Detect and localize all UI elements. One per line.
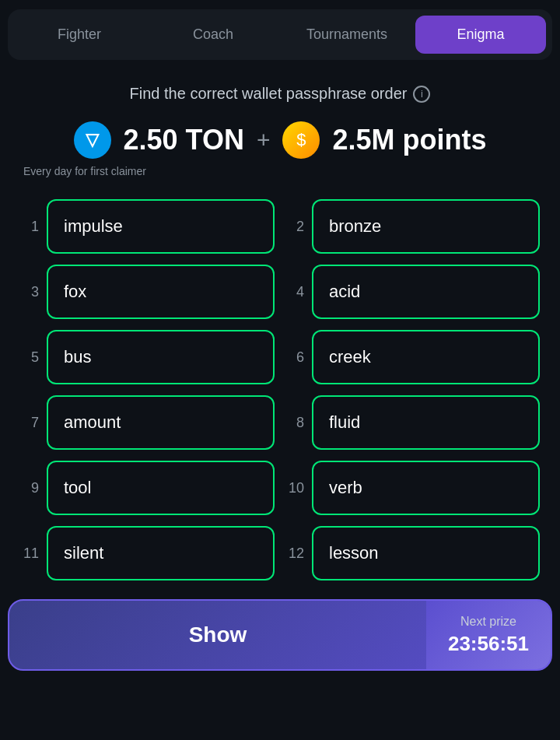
info-icon[interactable]: i [413, 86, 430, 103]
coin-icon: $ [282, 121, 320, 159]
ton-amount: 2.50 TON [124, 124, 244, 156]
word-box-11[interactable]: silent [47, 526, 275, 580]
word-grid: 1impulse2bronze3fox4acid5bus6creek7amoun… [20, 199, 540, 580]
word-number-9: 9 [20, 480, 39, 496]
word-box-12[interactable]: lesson [312, 526, 540, 580]
plus-separator: + [257, 127, 271, 153]
word-number-5: 5 [20, 349, 39, 366]
word-box-5[interactable]: bus [47, 330, 275, 384]
word-item-2: 2bronze [285, 199, 540, 254]
word-number-4: 4 [285, 284, 304, 300]
word-item-6: 6creek [285, 330, 540, 384]
word-item-11: 11silent [20, 526, 275, 580]
word-item-1: 1impulse [20, 199, 275, 254]
show-button[interactable]: Show [9, 601, 426, 669]
word-number-1: 1 [20, 219, 39, 235]
word-box-8[interactable]: fluid [312, 395, 540, 450]
navigation-bar: Fighter Coach Tournaments Enigma [8, 9, 552, 60]
word-box-9[interactable]: tool [47, 461, 275, 515]
word-number-10: 10 [285, 480, 304, 496]
word-item-7: 7amount [20, 395, 275, 450]
word-number-3: 3 [20, 284, 39, 300]
word-box-4[interactable]: acid [312, 265, 540, 319]
tab-enigma[interactable]: Enigma [415, 16, 546, 54]
instruction-text: Find the correct wallet passphrase order [130, 85, 408, 103]
word-box-7[interactable]: amount [47, 395, 275, 450]
word-box-3[interactable]: fox [47, 265, 275, 319]
word-box-2[interactable]: bronze [312, 199, 540, 254]
word-box-6[interactable]: creek [312, 330, 540, 384]
prize-row: ▽ 2.50 TON + $ 2.5M points [74, 121, 487, 159]
word-item-5: 5bus [20, 330, 275, 384]
word-number-11: 11 [20, 545, 39, 562]
tab-tournaments[interactable]: Tournaments [282, 16, 412, 54]
word-number-6: 6 [285, 349, 304, 366]
word-item-4: 4acid [285, 265, 540, 319]
word-item-9: 9tool [20, 461, 275, 515]
ton-icon: ▽ [74, 121, 111, 159]
bottom-bar: Show Next prize 23:56:51 [8, 599, 552, 671]
tab-fighter[interactable]: Fighter [14, 16, 145, 54]
word-box-1[interactable]: impulse [47, 199, 275, 254]
next-prize-section: Next prize 23:56:51 [426, 601, 551, 669]
word-number-12: 12 [285, 545, 304, 562]
word-number-7: 7 [20, 415, 39, 431]
word-box-10[interactable]: verb [312, 461, 540, 515]
word-number-2: 2 [285, 219, 304, 235]
word-item-3: 3fox [20, 265, 275, 319]
word-item-8: 8fluid [285, 395, 540, 450]
tab-coach[interactable]: Coach [148, 16, 278, 54]
word-number-8: 8 [285, 415, 304, 431]
word-item-12: 12lesson [285, 526, 540, 580]
word-item-10: 10verb [285, 461, 540, 515]
instruction-header: Find the correct wallet passphrase order… [130, 85, 431, 103]
next-prize-label: Next prize [460, 615, 516, 629]
prize-subtitle: Every day for first claimer [20, 165, 540, 177]
countdown-timer: 23:56:51 [448, 632, 529, 656]
main-content: Find the correct wallet passphrase order… [8, 69, 552, 599]
points-amount: 2.5M points [332, 124, 486, 156]
